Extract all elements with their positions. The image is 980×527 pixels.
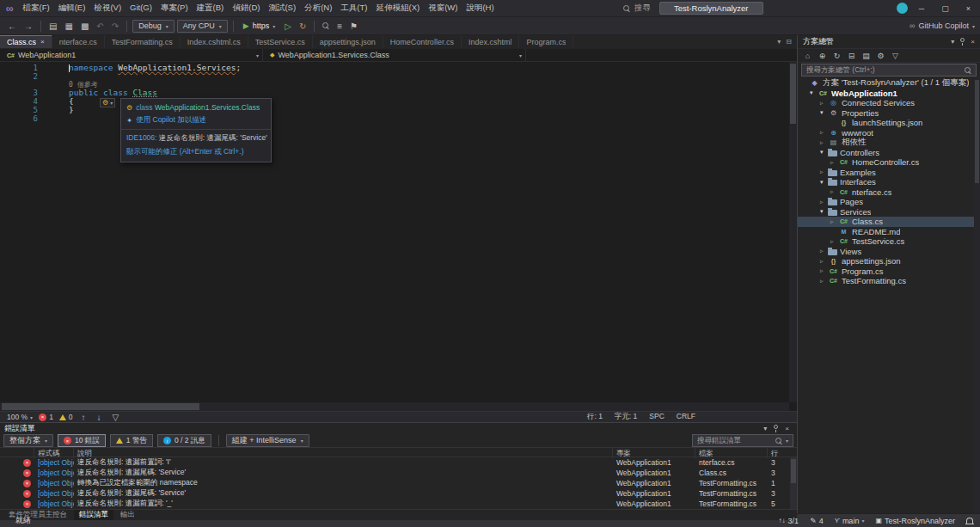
warning-indicator[interactable]: 0 (59, 413, 73, 421)
expand-arrow-icon[interactable] (820, 278, 828, 285)
member-dropdown[interactable] (526, 49, 797, 61)
menu-item[interactable]: 分析(N) (300, 1, 336, 15)
menu-item[interactable]: 檢視(V) (89, 1, 126, 15)
user-avatar[interactable] (897, 3, 908, 14)
home-icon[interactable]: ⌂ (801, 50, 814, 61)
tree-item[interactable]: Program.cs (798, 267, 980, 277)
tree-item[interactable]: Properties (798, 108, 980, 119)
type-dropdown[interactable]: ◆ WebApplication1.Services.Class ▾ (263, 49, 526, 61)
tree-item[interactable]: TestFormatting.cs (798, 276, 980, 286)
close-icon[interactable]: × (971, 38, 975, 46)
line-indicator[interactable]: 行: 1 (587, 412, 603, 422)
expand-arrow-icon[interactable] (820, 100, 828, 107)
messages-filter-button[interactable]: i0 / 2 訊息 (157, 434, 211, 447)
indentation-indicator[interactable]: SPC (649, 412, 664, 422)
github-copilot-button[interactable]: ∞ GitHub Copilot ▾ (910, 21, 975, 30)
tree-item[interactable]: Examples (798, 168, 980, 178)
menu-item[interactable]: 說明(H) (462, 1, 498, 15)
menu-item[interactable]: 編輯(E) (54, 1, 90, 15)
show-fixes-link[interactable]: 顯示可能的修正 (Alt+Enter 或 Ctrl+.) (126, 147, 244, 157)
bookmark-icon[interactable]: ⚑ (347, 21, 360, 32)
document-tab[interactable]: nterface.cs × (52, 35, 105, 48)
document-tab[interactable]: appsettings.json × (313, 35, 383, 48)
vertical-scrollbar[interactable] (974, 78, 980, 513)
zoom-dropdown[interactable]: 100 %▾ (7, 413, 33, 421)
close-icon[interactable]: × (785, 425, 789, 432)
scrollbar-thumb[interactable] (2, 403, 199, 410)
close-icon[interactable]: × (40, 38, 45, 46)
document-tab[interactable]: TestService.cs × (248, 35, 313, 48)
error-code-link[interactable]: [object Object] (34, 499, 74, 508)
error-code-link[interactable]: [object Object] (34, 479, 74, 487)
expand-arrow-icon[interactable] (810, 89, 818, 96)
close-button[interactable]: × (960, 3, 977, 14)
tree-item[interactable]: TestService.cs (798, 236, 980, 247)
hot-reload-icon[interactable]: ↻ (297, 21, 309, 32)
configuration-dropdown[interactable]: Debug▾ (132, 20, 175, 33)
error-row[interactable]: × [object Object] 違反命名規則: 遺漏前置詞: 'I' Web… (0, 457, 797, 468)
filter-icon[interactable]: ▽ (889, 50, 902, 61)
save-icon[interactable]: ▦ (62, 21, 75, 32)
tree-item[interactable]: Interfaces (798, 177, 980, 187)
properties-icon[interactable]: ⚙ (874, 50, 887, 61)
column-indicator[interactable]: 字元: 1 (615, 412, 637, 422)
pin-icon[interactable] (960, 38, 965, 42)
maximize-button[interactable]: ▢ (935, 3, 955, 14)
show-all-files-icon[interactable]: ▤ (860, 50, 873, 61)
find-in-files-icon[interactable] (320, 21, 332, 32)
expand-arrow-icon[interactable] (830, 159, 838, 166)
tree-item[interactable]: appsettings.json (798, 256, 980, 267)
filter-icon[interactable]: ▽ (110, 412, 122, 423)
switch-views-icon[interactable]: ⊕ (816, 50, 829, 61)
scrollbar-thumb[interactable] (790, 64, 796, 124)
previous-issue-icon[interactable]: ↑ (79, 412, 89, 423)
expand-arrow-icon[interactable] (820, 248, 828, 254)
code-editor[interactable]: 1 namespace WebApplication1.Services; 2 … (0, 62, 797, 411)
expand-arrow-icon[interactable] (820, 208, 828, 215)
vertical-scrollbar[interactable] (789, 62, 797, 402)
platform-dropdown[interactable]: Any CPU▾ (177, 20, 228, 33)
expand-arrow-icon[interactable] (820, 129, 828, 136)
tree-item[interactable]: nterface.cs (798, 187, 980, 198)
error-list-search-input[interactable]: 搜尋錯誤清單 ▾ (692, 434, 793, 447)
menu-item[interactable]: 檔案(F) (19, 1, 54, 15)
navigate-forward-icon[interactable]: → (21, 21, 35, 32)
tree-item[interactable]: HomeController.cs (798, 157, 980, 168)
sync-with-active-document-icon[interactable]: ↻ (830, 50, 843, 61)
menu-item[interactable]: 建置(B) (193, 1, 229, 15)
document-tab[interactable]: Program.cs × (519, 35, 573, 48)
menu-item[interactable]: Git(G) (126, 1, 156, 15)
tree-item[interactable]: 方案 'Test-RoslynAnalyzer' (1 / 1 個專案) (798, 78, 980, 89)
menu-item[interactable]: 專案(P) (156, 1, 193, 15)
pin-icon[interactable] (774, 425, 778, 429)
warnings-filter-button[interactable]: 1 警告 (110, 434, 153, 447)
git-sync-status[interactable]: ↑↓ 3/1 (779, 517, 799, 525)
project-dropdown[interactable]: C# WebApplication1 ▾ (0, 49, 263, 61)
branch-selector[interactable]: ϒ main ▾ (835, 517, 865, 525)
expand-arrow-icon[interactable] (820, 139, 828, 146)
document-tab[interactable]: Index.cshtml × (462, 35, 520, 48)
tree-item[interactable]: Pages (798, 197, 980, 207)
document-tab[interactable]: HomeController.cs × (383, 35, 462, 48)
error-code-link[interactable]: [object Object] (34, 489, 74, 498)
solution-explorer-search-input[interactable]: 搜尋方案總管 (Ctrl+;) (801, 64, 977, 77)
quick-search[interactable]: 搜尋 (623, 3, 651, 14)
tree-item[interactable]: launchSettings.json (798, 118, 980, 128)
menu-item[interactable]: 工具(T) (336, 1, 371, 15)
list-scrollbar[interactable] (790, 457, 797, 509)
minimize-button[interactable]: ─ (913, 3, 930, 14)
panel-tab[interactable]: 錯誤清單 (74, 510, 113, 520)
panel-tab[interactable]: 套件管理員主控台 (3, 510, 72, 520)
errors-filter-button[interactable]: ×10 錯誤 (58, 434, 106, 447)
expand-arrow-icon[interactable] (820, 258, 828, 265)
diagnostic-code-link[interactable]: IDE1006: (126, 133, 156, 142)
source-filter-dropdown[interactable]: 組建 + IntelliSense▾ (226, 434, 309, 447)
quick-actions-button[interactable]: ⚙ ▾ (100, 98, 115, 107)
error-code-link[interactable]: [object Object] (34, 458, 74, 467)
error-row[interactable]: × [object Object] 違反命名規則: 遺漏前置詞: '_' Web… (0, 499, 797, 509)
pending-edits[interactable]: ✎ 4 (810, 517, 824, 525)
tree-item[interactable]: Controllers (798, 148, 980, 158)
menu-item[interactable]: 視窗(W) (424, 1, 462, 15)
tree-item[interactable]: Connected Services (798, 98, 980, 108)
document-tab[interactable]: Class.cs × (0, 35, 52, 48)
